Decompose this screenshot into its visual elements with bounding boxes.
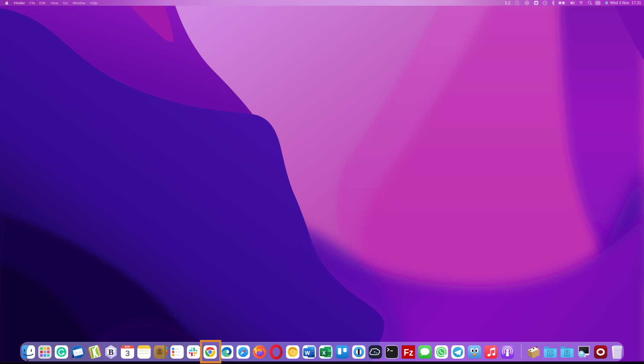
svg-text:Help: Help: [90, 1, 98, 5]
svg-text:X: X: [322, 350, 326, 356]
svg-text:3: 3: [125, 349, 130, 358]
svg-text:Fz: Fz: [404, 348, 413, 358]
svg-text:17:31: 17:31: [631, 1, 641, 5]
svg-text:Wed 3 Nov: Wed 3 Nov: [610, 1, 630, 5]
svg-text:File: File: [29, 1, 35, 5]
svg-text:Finder: Finder: [14, 1, 25, 5]
svg-text:NOV: NOV: [125, 345, 131, 348]
svg-text:B: B: [108, 348, 114, 357]
svg-text:Go: Go: [63, 1, 68, 5]
svg-text:Window: Window: [73, 1, 86, 5]
svg-text:View: View: [51, 1, 58, 5]
svg-text:Edit: Edit: [39, 1, 46, 5]
svg-text:W: W: [305, 350, 310, 356]
